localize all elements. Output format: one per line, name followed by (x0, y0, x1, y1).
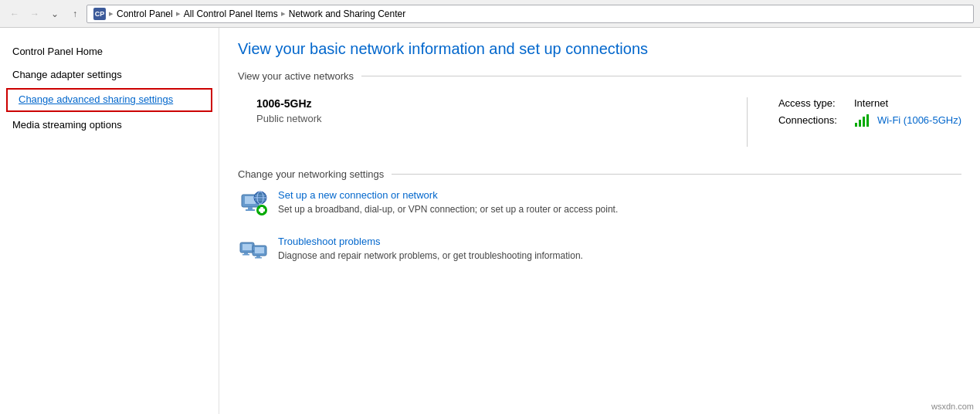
sep3: ▸ (281, 8, 286, 19)
access-type-row: Access type: Internet (778, 97, 961, 109)
new-connection-item: Set up a new connection or network Set u… (238, 189, 961, 220)
active-networks-header: View your active networks (238, 70, 961, 82)
up-button[interactable]: ↑ (66, 5, 83, 22)
new-connection-desc: Set up a broadband, dial-up, or VPN conn… (278, 204, 618, 215)
access-type-value: Internet (854, 97, 888, 109)
content-area: View your basic network information and … (219, 28, 980, 414)
connections-row: Connections: Wi-Fi (1006-5GHz) (778, 114, 961, 127)
sep1: ▸ (109, 8, 114, 19)
network-left: 1006-5GHz Public network (256, 97, 748, 147)
troubleshoot-item: Troubleshoot problems Diagnose and repai… (238, 236, 961, 266)
network-name: 1006-5GHz (256, 97, 728, 110)
path-control-panel[interactable]: Control Panel (117, 8, 173, 19)
svg-rect-19 (242, 254, 249, 256)
settings-section: Set up a new connection or network Set u… (238, 189, 961, 266)
wifi-signal-icon (854, 114, 871, 127)
sidebar-item-control-panel-home[interactable]: Control Panel Home (0, 40, 219, 63)
svg-rect-2 (863, 117, 865, 127)
sidebar: Control Panel Home Change adapter settin… (0, 28, 219, 414)
forward-button[interactable]: → (26, 5, 43, 22)
new-connection-icon (238, 189, 269, 220)
network-type: Public network (256, 113, 728, 124)
networking-settings-line (392, 174, 961, 175)
networking-settings-header: Change your networking settings (238, 168, 961, 180)
address-path: CP ▸ Control Panel ▸ All Control Panel I… (86, 5, 974, 23)
active-networks-label: View your active networks (238, 70, 354, 82)
troubleshoot-link[interactable]: Troubleshoot problems (278, 236, 583, 247)
svg-rect-22 (256, 256, 260, 257)
troubleshoot-desc: Diagnose and repair network problems, or… (278, 250, 583, 261)
path-all-items[interactable]: All Control Panel Items (184, 8, 278, 19)
svg-rect-7 (246, 209, 255, 211)
sidebar-item-media-streaming[interactable]: Media streaming options (0, 114, 219, 137)
wifi-link[interactable]: Wi-Fi (1006-5GHz) (877, 114, 961, 126)
networking-settings-label: Change your networking settings (238, 168, 384, 180)
network-right: Access type: Internet Connections: (748, 97, 961, 147)
connections-label: Connections: (778, 114, 848, 126)
network-info: 1006-5GHz Public network Access type: In… (238, 91, 961, 153)
watermark: wsxdn.com (931, 402, 974, 411)
svg-rect-0 (855, 123, 857, 127)
sidebar-item-change-advanced-sharing[interactable]: Change advanced sharing settings (6, 88, 212, 111)
svg-rect-6 (248, 207, 253, 209)
main-layout: Control Panel Home Change adapter settin… (0, 28, 980, 414)
active-networks-line (361, 76, 961, 76)
svg-rect-21 (255, 247, 264, 253)
back-button[interactable]: ← (6, 5, 23, 22)
new-connection-text: Set up a new connection or network Set u… (278, 189, 618, 215)
svg-rect-3 (866, 114, 869, 127)
cp-icon: CP (93, 8, 106, 20)
troubleshoot-text: Troubleshoot problems Diagnose and repai… (278, 236, 583, 261)
svg-rect-15 (259, 209, 265, 212)
sep2: ▸ (176, 8, 181, 19)
address-bar: ← → ⌄ ↑ CP ▸ Control Panel ▸ All Control… (0, 0, 980, 28)
svg-rect-17 (242, 244, 252, 250)
svg-rect-1 (859, 120, 861, 127)
path-network-center[interactable]: Network and Sharing Center (289, 8, 405, 19)
svg-rect-23 (255, 257, 262, 259)
recent-button[interactable]: ⌄ (46, 5, 63, 22)
new-connection-link[interactable]: Set up a new connection or network (278, 189, 618, 201)
access-type-label: Access type: (778, 97, 848, 109)
troubleshoot-icon (238, 236, 269, 266)
page-title: View your basic network information and … (238, 40, 961, 58)
svg-rect-18 (244, 253, 248, 254)
sidebar-item-change-adapter[interactable]: Change adapter settings (0, 63, 219, 87)
